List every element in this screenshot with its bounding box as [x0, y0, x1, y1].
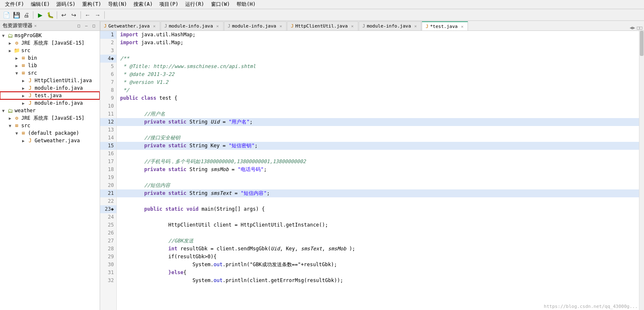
- defpkg-icon: ⊞: [20, 130, 27, 136]
- tab-maximize[interactable]: □: [637, 25, 640, 30]
- tree-label-test: test.java: [35, 93, 62, 98]
- tab-scroll-left[interactable]: ◀: [630, 25, 633, 30]
- editor-scrollbar[interactable]: [639, 31, 644, 310]
- tree-label-jre1: JRE 系统库 [JavaSE-15]: [21, 40, 85, 47]
- tree-arrow-bin: ▶: [13, 56, 20, 60]
- tree-arrow-jre2: ▶: [7, 116, 13, 121]
- tree-item-module2[interactable]: ▶ J module-info.java: [0, 99, 100, 107]
- panel-close-btn[interactable]: □: [91, 23, 97, 29]
- tab-close-httpclient[interactable]: ✕: [351, 24, 354, 28]
- menu-project[interactable]: 项目(P): [156, 0, 182, 9]
- tree-item-weather[interactable]: ▼ 🗂 weather: [0, 107, 100, 114]
- tree-label-httpclient: HttpClientUtil.java: [35, 78, 92, 83]
- tab-close-getweather[interactable]: ✕: [153, 24, 156, 28]
- code-line-8: */: [117, 86, 639, 94]
- tab-label-module2: module-info.java: [232, 23, 276, 29]
- tab-module1[interactable]: J module-info.java ✕: [161, 21, 224, 30]
- tab-close-module3[interactable]: ✕: [414, 24, 417, 28]
- code-area[interactable]: import java.util.HashMap; import java.ut…: [117, 31, 639, 310]
- menu-refactor[interactable]: 重构(T): [79, 0, 105, 9]
- toolbar-back-btn[interactable]: ←: [83, 10, 92, 20]
- src-icon-1: 📁: [13, 48, 20, 53]
- tab-icon-module3: J: [362, 23, 365, 29]
- panel-restore-btn[interactable]: —: [83, 23, 90, 29]
- toolbar-forward-btn[interactable]: →: [93, 10, 102, 20]
- line-num-27: 27: [100, 237, 116, 245]
- line-num-3: 3: [100, 47, 116, 55]
- tree-item-bin[interactable]: ▶ ⊞ bin: [0, 54, 100, 62]
- line-num-2: 2: [100, 39, 116, 47]
- tree-arrow-module1: ▶: [20, 86, 27, 91]
- tree-item-src1[interactable]: ▶ 📁 src: [0, 47, 100, 54]
- tree-item-src3[interactable]: ▼ ⊞ src: [0, 122, 100, 129]
- tab-module2[interactable]: J module-info.java ✕: [224, 21, 287, 30]
- menu-help[interactable]: 帮助(H): [233, 0, 259, 9]
- tree-item-getweather[interactable]: ▶ J Getweather.java: [0, 137, 100, 144]
- tree-item-test[interactable]: ▶ J test.java: [0, 92, 100, 99]
- toolbar-save-btn[interactable]: 💾: [12, 10, 21, 20]
- code-line-6: * @date 2011-3-22: [117, 71, 639, 78]
- code-line-23: public static void main(String[] args) {: [117, 205, 639, 213]
- toolbar-run-btn[interactable]: ▶: [35, 10, 45, 20]
- tree-label-jre2: JRE 系统库 [JavaSE-15]: [21, 115, 85, 122]
- panel-header-left: 包资源管理器 ✕: [3, 22, 37, 29]
- tab-scroll-right[interactable]: ▶: [632, 25, 635, 30]
- toolbar-redo-btn[interactable]: ↪: [69, 10, 78, 20]
- tree-item-httpclient[interactable]: ▶ J HttpClientUtil.java: [0, 77, 100, 84]
- tree-item-module1[interactable]: ▶ J module-info.java: [0, 84, 100, 92]
- code-line-21: private static String smsText = "短信内容";: [117, 189, 639, 197]
- line-num-15: 15: [100, 142, 116, 150]
- tree-container[interactable]: ▼ 🗂 msgProGBK ▶ ⚙ JRE 系统库 [JavaSE-15] ▶ …: [0, 31, 100, 310]
- tree-item-defpkg[interactable]: ▼ ⊞ (default package): [0, 129, 100, 137]
- tree-item-jre1[interactable]: ▶ ⚙ JRE 系统库 [JavaSE-15]: [0, 39, 100, 47]
- panel-minimize-btn[interactable]: □: [75, 23, 82, 29]
- menu-edit[interactable]: 编辑(E): [28, 0, 53, 9]
- toolbar-new-btn[interactable]: 📄: [2, 10, 11, 20]
- line-num-22: 22: [100, 197, 116, 205]
- project-icon-msgpro: 🗂: [7, 33, 13, 39]
- code-line-22: [117, 197, 639, 205]
- code-line-28: int resultGbk = client.sendMsgGbk(Uid, K…: [117, 245, 639, 253]
- tab-httpclient[interactable]: J HttpClientUtil.java ✕: [287, 21, 358, 30]
- java-icon-test: J: [27, 93, 33, 98]
- tab-close-module2[interactable]: ✕: [279, 24, 282, 28]
- tab-close-module1[interactable]: ✕: [216, 24, 219, 28]
- menu-source[interactable]: 源码(S): [53, 0, 79, 9]
- tab-restore[interactable]: □: [639, 25, 642, 30]
- code-line-1: import java.util.HashMap;: [117, 31, 639, 39]
- code-line-30: System.out.println("GBK成功发送条数=="+resultG…: [117, 261, 639, 269]
- line-num-25: 25: [100, 221, 116, 229]
- tree-item-msgpro[interactable]: ▼ 🗂 msgProGBK: [0, 32, 100, 39]
- scrollbar-thumb[interactable]: [640, 31, 644, 56]
- tab-label-getweather: Getweather.java: [108, 23, 150, 29]
- menu-navigate[interactable]: 导航(N): [105, 0, 131, 9]
- toolbar-print-btn[interactable]: 🖨: [22, 10, 31, 20]
- tab-icon-getweather: J: [104, 23, 107, 29]
- toolbar: 📄 💾 🖨 ▶ 🐛 ↩ ↪ ← →: [0, 9, 644, 21]
- menu-window[interactable]: 窗口(W): [208, 0, 234, 9]
- tree-label-defpkg: (default package): [28, 130, 79, 136]
- tab-getweather[interactable]: J Getweather.java ✕: [100, 21, 160, 30]
- line-num-10: 10: [100, 102, 116, 110]
- src-icon-2: ⊞: [20, 70, 27, 76]
- line-num-28: 28: [100, 245, 116, 253]
- line-num-17: 17: [100, 158, 116, 166]
- tab-module3[interactable]: J module-info.java ✕: [359, 21, 422, 30]
- editor-content[interactable]: 1 2 3 4◆ 5 6 7 8 9 10 11 12 13 14 15 16 …: [100, 31, 644, 310]
- tree-item-src2[interactable]: ▼ ⊞ src: [0, 69, 100, 77]
- tree-label-bin: bin: [28, 55, 37, 61]
- tree-label-src1: src: [21, 48, 30, 53]
- menu-search[interactable]: 搜索(A): [130, 0, 156, 9]
- tab-test[interactable]: J *test.java ✕: [422, 21, 468, 30]
- menu-file[interactable]: 文件(F): [2, 0, 28, 9]
- tab-close-test[interactable]: ✕: [461, 24, 463, 29]
- tree-item-jre2[interactable]: ▶ ⚙ JRE 系统库 [JavaSE-15]: [0, 114, 100, 122]
- tree-item-lib[interactable]: ▶ ⊞ lib: [0, 62, 100, 69]
- tab-label-test: *test.java: [430, 24, 458, 29]
- panel-title-x: ✕: [34, 23, 37, 28]
- toolbar-undo-btn[interactable]: ↩: [59, 10, 68, 20]
- line-num-14: 14: [100, 134, 116, 142]
- toolbar-debug-btn[interactable]: 🐛: [45, 10, 55, 20]
- menu-run[interactable]: 运行(R): [182, 0, 208, 9]
- line-num-16: 16: [100, 150, 116, 158]
